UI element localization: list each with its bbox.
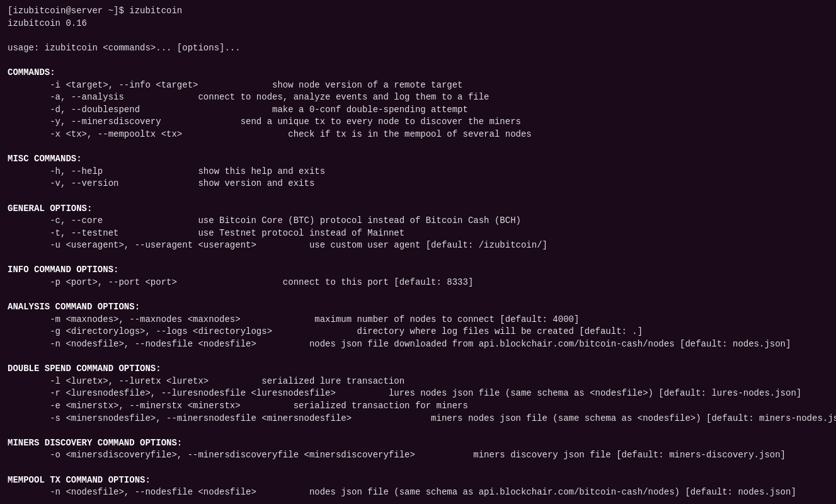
cmd-x: -x <tx>, --mempooltx <tx> check if tx is… — [8, 129, 828, 141]
cmd-m: -m <maxnodes>, --maxnodes <maxnodes> max… — [8, 314, 828, 326]
miners-header: MINERS DISCOVERY COMMAND OPTIONS: — [8, 437, 828, 450]
info-header: INFO COMMAND OPTIONS: — [8, 264, 828, 277]
commands-header: COMMANDS: — [8, 67, 828, 79]
cmd-c: -c, --core use Bitcoin Core (BTC) protoc… — [8, 215, 828, 227]
misc-header: MISC COMMANDS: — [8, 153, 828, 166]
cmd-l: -l <luretx>, --luretx <luretx> serialize… — [8, 375, 828, 388]
usage-line: usage: izubitcoin <commands>... [options… — [8, 42, 828, 55]
cmd-e: -e <minerstx>, --minerstx <minerstx> ser… — [8, 400, 828, 413]
cmd-u: -u <useragent>, --useragent <useragent> … — [8, 239, 828, 252]
cmd-p: -p <port>, --port <port> connect to this… — [8, 277, 828, 289]
cmd-r: -r <luresnodesfile>, --luresnodesfile <l… — [8, 387, 828, 400]
empty-6 — [8, 289, 828, 302]
empty-9 — [8, 462, 828, 474]
empty-10 — [8, 499, 828, 504]
empty-7 — [8, 351, 828, 364]
mempool-header: MEMPOOL TX COMMAND OPTIONS: — [8, 474, 828, 487]
cmd-d: -d, --doublespend make a 0-conf double-s… — [8, 104, 828, 117]
prompt-start: [izubitcoin@server ~]$ izubitcoin — [8, 5, 828, 18]
empty-2 — [8, 54, 828, 67]
empty-3 — [8, 141, 828, 154]
cmd-h: -h, --help show this help and exits — [8, 166, 828, 178]
cmd-i: -i <target>, --info <target> show node v… — [8, 79, 828, 92]
cmd-t: -t, --testnet use Testnet protocol inste… — [8, 227, 828, 240]
general-header: GENERAL OPTIONS: — [8, 203, 828, 215]
doublespend-header: DOUBLE SPEND COMMAND OPTIONS: — [8, 363, 828, 375]
empty-8 — [8, 425, 828, 437]
empty-1 — [8, 30, 828, 42]
cmd-y: -y, --minersdiscovery send a unique tx t… — [8, 116, 828, 129]
cmd-a: -a, --analysis connect to nodes, analyze… — [8, 91, 828, 104]
empty-4 — [8, 190, 828, 203]
cmd-n1: -n <nodesfile>, --nodesfile <nodesfile> … — [8, 338, 828, 351]
cmd-v: -v, --version show version and exits — [8, 178, 828, 190]
version-line: izubitcoin 0.16 — [8, 18, 828, 30]
cmd-g: -g <directorylogs>, --logs <directorylog… — [8, 326, 828, 338]
analysis-header: ANALYSIS COMMAND OPTIONS: — [8, 301, 828, 314]
terminal: [izubitcoin@server ~]$ izubitcoin izubit… — [8, 5, 828, 504]
empty-5 — [8, 252, 828, 265]
cmd-o: -o <minersdiscoveryfile>, --minersdiscov… — [8, 449, 828, 462]
cmd-n2: -n <nodesfile>, --nodesfile <nodesfile> … — [8, 486, 828, 499]
cmd-s: -s <minersnodesfile>, --minersnodesfile … — [8, 413, 828, 425]
